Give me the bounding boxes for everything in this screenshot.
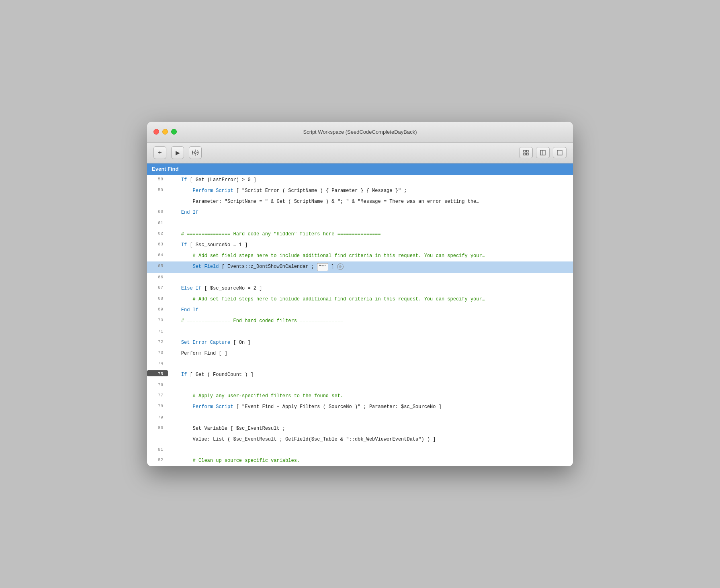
code-line: 80 Set Variable [ $sc_EventResult ; — [147, 423, 573, 434]
code-line: 71 — [147, 327, 573, 337]
code-line: 72 Set Error Capture [ On ] — [147, 337, 573, 348]
main-window: Script Workspace (SeedCodeCompleteDayBac… — [147, 122, 573, 466]
toolbar: + ▶ — [147, 143, 573, 163]
code-line: 75 If [ Get ( FoundCount ) ] — [147, 370, 573, 380]
code-line: 63 If [ $sc_sourceNo = 1 ] — [147, 240, 573, 251]
line-content — [168, 360, 573, 361]
code-line: 66 — [147, 273, 573, 283]
line-content: Set Field [ Events::z_DontShowOnCalendar… — [168, 262, 573, 272]
line-content: End If — [168, 306, 573, 315]
line-content: # Clean up source specific variables. — [168, 456, 573, 466]
code-line: 78 Perform Script [ "Event Find – Apply … — [147, 402, 573, 412]
line-number: 64 — [147, 251, 168, 257]
code-line: 76 — [147, 380, 573, 391]
view-btn-2[interactable] — [536, 147, 550, 158]
line-content — [168, 219, 573, 221]
line-number: 59 — [147, 186, 168, 192]
line-content: # =============== Hard code any "hidden"… — [168, 230, 573, 239]
line-number: 68 — [147, 295, 168, 301]
code-line: 68 # Add set field steps here to include… — [147, 294, 573, 305]
code-line: 64 # Add set field steps here to include… — [147, 251, 573, 261]
code-line: 58 If [ Get (LastError) > 0 ] — [147, 175, 573, 186]
toolbar-right — [519, 147, 567, 158]
script-area: Event Find 58 If [ Get (LastError) > 0 ]… — [147, 163, 573, 466]
svg-rect-1 — [524, 150, 526, 152]
line-number: 80 — [147, 424, 168, 430]
code-line: 74 — [147, 359, 573, 370]
line-content: # Add set field steps here to include ad… — [168, 251, 573, 261]
line-content: Else If [ $sc_sourceNo = 2 ] — [168, 284, 573, 293]
code-line: 61 — [147, 218, 573, 229]
code-line: 70 # =============== End hard coded filt… — [147, 316, 573, 327]
line-content: If [ Get (LastError) > 0 ] — [168, 176, 573, 185]
line-number: 81 — [147, 446, 168, 452]
svg-rect-4 — [526, 153, 528, 155]
event-find-bar: Event Find — [147, 163, 573, 175]
line-content: Set Variable [ $sc_EventResult ; — [168, 424, 573, 433]
code-line: 59 Perform Script [ "Script Error ( Scri… — [147, 186, 573, 196]
code-line: Parameter: "ScriptName = " & Get ( Scrip… — [147, 196, 573, 207]
line-content: If [ $sc_sourceNo = 1 ] — [168, 241, 573, 250]
line-number: 62 — [147, 230, 168, 236]
line-number: 60 — [147, 208, 168, 214]
traffic-lights — [153, 129, 177, 135]
line-content — [168, 414, 573, 415]
svg-rect-7 — [557, 150, 562, 155]
close-button[interactable] — [153, 129, 159, 135]
svg-point-0 — [194, 152, 196, 154]
line-number: 82 — [147, 456, 168, 462]
run-button[interactable]: ▶ — [171, 146, 184, 159]
add-button[interactable]: + — [153, 146, 166, 159]
code-line: 73 Perform Find [ ] — [147, 348, 573, 359]
line-number: 65 — [147, 262, 168, 268]
line-number: 70 — [147, 316, 168, 323]
maximize-button[interactable] — [171, 129, 177, 135]
line-number: 63 — [147, 241, 168, 247]
line-number: 61 — [147, 219, 168, 225]
line-number: 79 — [147, 414, 168, 420]
code-line-highlighted: 65 Set Field [ Events::z_DontShowOnCalen… — [147, 261, 573, 273]
line-number: 73 — [147, 349, 168, 355]
titlebar: Script Workspace (SeedCodeCompleteDayBac… — [147, 122, 573, 143]
line-number: 74 — [147, 360, 168, 366]
line-content: Perform Script [ "Script Error ( ScriptN… — [168, 186, 573, 196]
line-content — [168, 274, 573, 275]
view-btn-1[interactable] — [519, 147, 533, 158]
code-line: 69 End If — [147, 305, 573, 316]
svg-rect-3 — [524, 153, 526, 155]
code-line: Value: List ( $sc_EventResult ; GetField… — [147, 434, 573, 445]
line-content: Set Error Capture [ On ] — [168, 338, 573, 347]
code-line: 62 # =============== Hard code any "hidd… — [147, 229, 573, 240]
line-content — [168, 381, 573, 383]
code-line: 81 — [147, 445, 573, 455]
window-title: Script Workspace (SeedCodeCompleteDayBac… — [303, 129, 417, 135]
line-number: 76 — [147, 381, 168, 387]
line-number — [147, 435, 168, 436]
line-content: # Apply any user-specified filters to th… — [168, 392, 573, 401]
code-line: 82 # Clean up source specific variables. — [147, 455, 573, 466]
line-number-active: 75 — [147, 370, 168, 376]
line-content: # Add set field steps here to include ad… — [168, 295, 573, 304]
line-number — [147, 197, 168, 198]
line-number: 66 — [147, 274, 168, 280]
line-content: Perform Find [ ] — [168, 349, 573, 358]
line-number: 69 — [147, 306, 168, 312]
code-editor[interactable]: 58 If [ Get (LastError) > 0 ] 59 Perform… — [147, 175, 573, 466]
line-number: 78 — [147, 402, 168, 408]
line-content — [168, 328, 573, 329]
svg-rect-2 — [526, 150, 528, 152]
line-content: Perform Script [ "Event Find – Apply Fil… — [168, 402, 573, 412]
line-content: End If — [168, 208, 573, 217]
line-number: 77 — [147, 392, 168, 398]
view-btn-3[interactable] — [553, 147, 567, 158]
debug-button[interactable] — [189, 146, 202, 159]
code-line: 77 # Apply any user-specified filters to… — [147, 391, 573, 402]
line-number: 67 — [147, 284, 168, 290]
line-content: If [ Get ( FoundCount ) ] — [168, 370, 573, 380]
code-line: 60 End If — [147, 207, 573, 218]
line-content: Parameter: "ScriptName = " & Get ( Scrip… — [168, 197, 573, 206]
line-number: 71 — [147, 328, 168, 334]
minimize-button[interactable] — [162, 129, 168, 135]
code-line: 67 Else If [ $sc_sourceNo = 2 ] — [147, 283, 573, 294]
line-content — [168, 446, 573, 447]
